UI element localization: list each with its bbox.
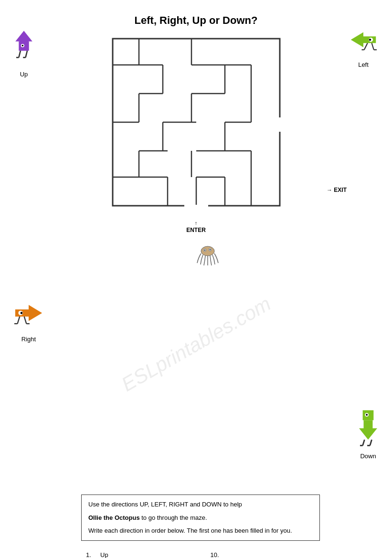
answer-input[interactable] bbox=[99, 550, 196, 558]
right-label: Right bbox=[10, 336, 48, 343]
maze-svg bbox=[110, 36, 282, 213]
svg-marker-57 bbox=[359, 420, 377, 440]
instructions-box: Use the directions UP, LEFT, RIGHT and D… bbox=[81, 495, 320, 541]
maze-wrapper bbox=[110, 36, 282, 213]
svg-line-60 bbox=[363, 440, 365, 445]
svg-point-44 bbox=[201, 246, 214, 256]
svg-rect-43 bbox=[184, 205, 208, 210]
watermark: ESLprintables.com bbox=[117, 292, 275, 396]
answers-section: 1.2.3.4.5.6.7.8.9. 10.11.12.13.14.15.16.… bbox=[19, 550, 373, 558]
svg-rect-42 bbox=[279, 117, 282, 132]
right-icon bbox=[10, 296, 48, 332]
svg-line-61 bbox=[370, 440, 372, 445]
instructions-section: Use the directions UP, LEFT, RIGHT and D… bbox=[19, 495, 373, 541]
down-icon bbox=[354, 406, 382, 449]
answers-col2: 10.11.12.13.14.15.16.17.18. bbox=[211, 550, 321, 558]
answers-col1: 1.2.3.4.5.6.7.8.9. bbox=[86, 550, 196, 558]
page: ESLprintables.com Left, Right, Up or Dow… bbox=[0, 0, 392, 558]
svg-point-48 bbox=[209, 249, 211, 251]
svg-point-46 bbox=[204, 250, 205, 251]
svg-point-59 bbox=[366, 414, 368, 416]
enter-label: ↑ ENTER bbox=[186, 220, 206, 233]
down-label: Down bbox=[354, 453, 382, 460]
answer-number: 10. bbox=[211, 551, 224, 558]
svg-point-51 bbox=[21, 312, 23, 314]
octopus-area bbox=[193, 242, 222, 270]
instructions-line2: Ollie the Octopus to go through the maze… bbox=[88, 513, 313, 523]
instructions-line3: Write each direction in order below. The… bbox=[88, 526, 313, 536]
page-title: Left, Right, Up or Down? bbox=[19, 14, 373, 27]
char-down-container: Down bbox=[354, 406, 382, 460]
octopus-icon bbox=[193, 242, 222, 268]
svg-line-53 bbox=[24, 316, 27, 324]
instructions-line1: Use the directions UP, LEFT, RIGHT and D… bbox=[88, 500, 313, 509]
maze-section: ↑ ENTER → EXIT bbox=[19, 36, 373, 265]
char-right-container: Right bbox=[10, 296, 48, 343]
svg-line-52 bbox=[18, 316, 20, 324]
answer-number: 1. bbox=[86, 551, 99, 558]
exit-label: → EXIT bbox=[327, 187, 347, 193]
answer-row: 10. bbox=[211, 550, 321, 558]
answer-row: 1. bbox=[86, 550, 196, 558]
answer-input[interactable] bbox=[224, 550, 321, 558]
